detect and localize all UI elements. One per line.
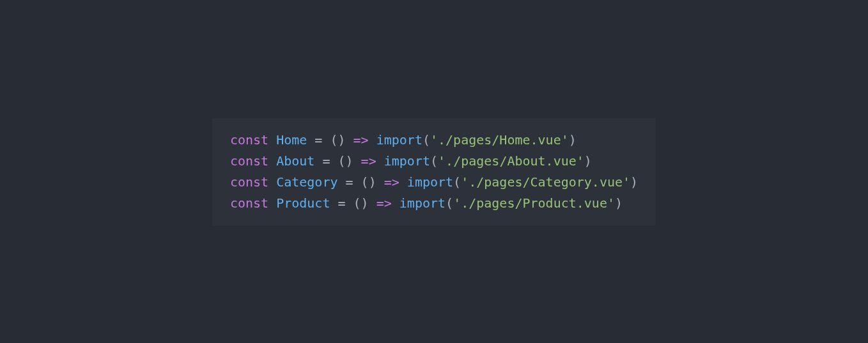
- variable-name: Product: [276, 195, 330, 211]
- keyword-const: const: [230, 153, 268, 169]
- import-function: import: [407, 174, 453, 190]
- string-literal: './pages/Category.vue': [461, 174, 630, 190]
- variable-name: Category: [276, 174, 337, 190]
- equals-operator: =: [337, 174, 360, 190]
- arrow-operator: =>: [376, 174, 407, 190]
- paren-open: (: [430, 153, 438, 169]
- code-line: const About = () => import('./pages/Abou…: [230, 151, 638, 172]
- paren-open: (: [446, 195, 453, 211]
- code-block: const Home = () => import('./pages/Home.…: [212, 118, 656, 225]
- arrow-operator: =>: [353, 153, 384, 169]
- import-function: import: [384, 153, 430, 169]
- paren-close: ): [630, 174, 638, 190]
- empty-parens: (): [353, 195, 369, 211]
- string-literal: './pages/Product.vue': [453, 195, 615, 211]
- variable-name: About: [276, 153, 314, 169]
- variable-name: Home: [276, 132, 307, 148]
- paren-close: ): [584, 153, 592, 169]
- equals-operator: =: [314, 153, 337, 169]
- equals-operator: =: [307, 132, 330, 148]
- import-function: import: [376, 132, 422, 148]
- keyword-const: const: [230, 195, 268, 211]
- empty-parens: (): [330, 132, 345, 148]
- keyword-const: const: [230, 174, 268, 190]
- paren-close: ): [615, 195, 623, 211]
- paren-close: ): [569, 132, 577, 148]
- code-line: const Home = () => import('./pages/Home.…: [230, 130, 638, 151]
- paren-open: (: [453, 174, 461, 190]
- arrow-operator: =>: [346, 132, 376, 148]
- paren-open: (: [422, 132, 430, 148]
- arrow-operator: =>: [369, 195, 399, 211]
- empty-parens: (): [337, 153, 353, 169]
- string-literal: './pages/Home.vue': [430, 132, 569, 148]
- equals-operator: =: [330, 195, 353, 211]
- import-function: import: [399, 195, 446, 211]
- keyword-const: const: [230, 132, 268, 148]
- code-line: const Product = () => import('./pages/Pr…: [230, 193, 638, 214]
- empty-parens: (): [361, 174, 376, 190]
- string-literal: './pages/About.vue': [438, 153, 584, 169]
- code-line: const Category = () => import('./pages/C…: [230, 172, 638, 193]
